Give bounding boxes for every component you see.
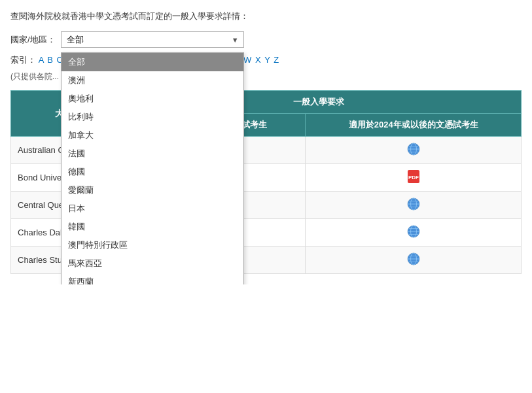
cell-from2024 bbox=[306, 192, 522, 219]
index-letter-x[interactable]: X bbox=[255, 55, 263, 65]
dropdown-item[interactable]: 馬來西亞 bbox=[62, 254, 243, 273]
dropdown-item[interactable]: 韓國 bbox=[62, 218, 243, 236]
cell-from2024 bbox=[306, 219, 522, 247]
index-letter-w[interactable]: W bbox=[243, 55, 254, 65]
dropdown-item[interactable]: 日本 bbox=[62, 199, 243, 218]
svg-text:PDF: PDF bbox=[408, 175, 419, 180]
field-label: 國家/地區： bbox=[10, 34, 56, 46]
cell-from2024 bbox=[306, 247, 522, 274]
dropdown-overlay[interactable]: 全部澳洲奧地利比利時加拿大法國德國愛爾蘭日本韓國澳門特別行政區馬來西亞新西蘭新加… bbox=[61, 52, 244, 284]
dropdown-item[interactable]: 比利時 bbox=[62, 108, 243, 126]
intro-text: 查閱海外院校就香港中學文憑考試而訂定的一般入學要求詳情： bbox=[10, 10, 522, 22]
field-row: 國家/地區： 全部澳洲奧地利比利時加拿大法國德國愛爾蘭日本韓國澳門特別行政區馬來… bbox=[10, 31, 522, 48]
dropdown-item[interactable]: 法國 bbox=[62, 145, 243, 163]
select-wrapper: 全部澳洲奧地利比利時加拿大法國德國愛爾蘭日本韓國澳門特別行政區馬來西亞新西蘭新加… bbox=[61, 31, 244, 48]
pdf-icon[interactable]: PDF bbox=[406, 169, 421, 184]
dropdown-item[interactable]: 愛爾蘭 bbox=[62, 181, 243, 199]
globe-icon[interactable] bbox=[406, 142, 421, 156]
index-prefix: 索引： bbox=[10, 55, 36, 65]
globe-icon[interactable] bbox=[406, 197, 421, 211]
dropdown-item[interactable]: 奧地利 bbox=[62, 90, 243, 108]
cell-from2024 bbox=[306, 137, 522, 164]
region-select[interactable]: 全部澳洲奧地利比利時加拿大法國德國愛爾蘭日本韓國澳門特別行政區馬來西亞新西蘭新加… bbox=[61, 31, 244, 48]
dropdown-item[interactable]: 新西蘭 bbox=[62, 273, 243, 284]
globe-icon[interactable] bbox=[406, 224, 421, 239]
index-letter-z[interactable]: Z bbox=[274, 55, 279, 65]
dropdown-item[interactable]: 澳洲 bbox=[62, 71, 243, 90]
cell-from2024: PDF bbox=[306, 164, 522, 192]
dropdown-item[interactable]: 澳門特別行政區 bbox=[62, 236, 243, 254]
index-letter-y[interactable]: Y bbox=[264, 55, 272, 65]
index-letter-b[interactable]: B bbox=[47, 55, 55, 65]
dropdown-item[interactable]: 全部 bbox=[62, 53, 243, 71]
dropdown-item[interactable]: 加拿大 bbox=[62, 126, 243, 145]
page-wrapper: 查閱海外院校就香港中學文憑考試而訂定的一般入學要求詳情： 國家/地區： 全部澳洲… bbox=[0, 0, 532, 284]
index-letter-a[interactable]: A bbox=[39, 55, 46, 65]
globe-icon[interactable] bbox=[406, 252, 421, 266]
col-header-from2024: 適用於2024年或以後的文憑試考生 bbox=[306, 114, 522, 137]
dropdown-item[interactable]: 德國 bbox=[62, 163, 243, 181]
